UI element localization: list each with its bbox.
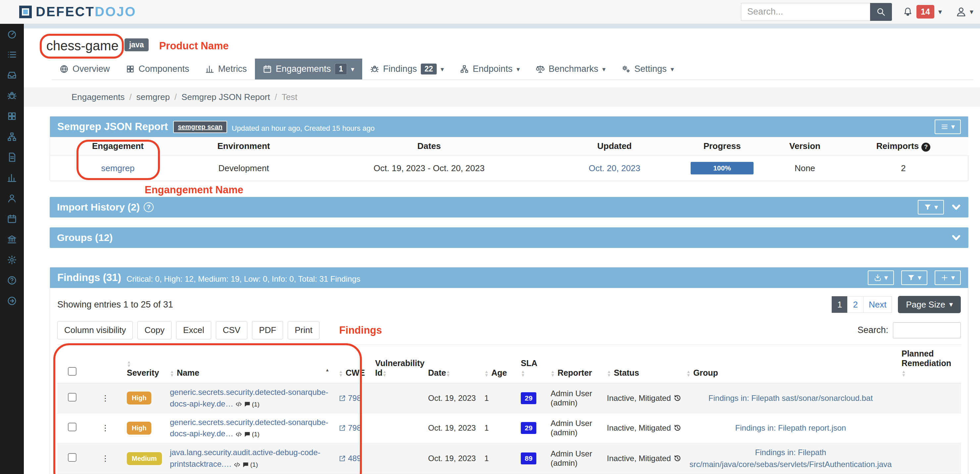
col-vulnerability-id[interactable]: Vulnerability Id▲▼	[372, 345, 425, 383]
history-icon[interactable]	[673, 424, 681, 432]
collapse-chevron-icon[interactable]	[951, 202, 961, 212]
col-cwe[interactable]: ▲▼CWE	[336, 345, 372, 383]
col-label: SLA	[521, 358, 537, 368]
import-history-section[interactable]: Import History (2) ? ▾	[50, 197, 969, 218]
cwe-link[interactable]: 798	[348, 423, 361, 432]
notifications-menu[interactable]: 14 ▾	[903, 5, 942, 19]
col-status[interactable]: ▲▼Status	[604, 345, 683, 383]
sort-icon: ▲▼	[686, 370, 690, 377]
global-search-input[interactable]	[741, 3, 870, 21]
groups-section[interactable]: Groups (12)	[50, 227, 969, 248]
dashboard-icon[interactable]	[7, 29, 17, 39]
findings-title: Findings (31)	[57, 272, 121, 284]
help-icon[interactable]	[7, 275, 17, 285]
tab-endpoints[interactable]: Endpoints ▾	[452, 59, 528, 80]
breadcrumb-semgrep[interactable]: semgrep	[137, 92, 170, 102]
global-search-button[interactable]	[870, 3, 892, 21]
sitemap-icon[interactable]	[7, 132, 17, 142]
updated-value[interactable]: Oct. 20, 2023	[589, 163, 640, 173]
tab-settings[interactable]: Settings ▾	[614, 59, 682, 80]
tab-components[interactable]: Components	[118, 59, 197, 80]
csv-button[interactable]: CSV	[216, 321, 247, 339]
findings-download-button[interactable]: ▾	[868, 270, 894, 285]
col-date[interactable]: Date▲▼	[425, 345, 481, 383]
col-label: Name	[177, 368, 199, 377]
help-icon[interactable]: ?	[921, 143, 930, 152]
table-search-input[interactable]	[893, 322, 961, 338]
row-actions-kebab-icon[interactable]: ⋮	[87, 383, 124, 414]
help-icon[interactable]: ?	[144, 202, 154, 212]
external-link-icon	[339, 455, 346, 462]
table-search-label: Search:	[858, 325, 888, 335]
import-history-filter-button[interactable]: ▾	[918, 200, 944, 215]
page-1-button[interactable]: 1	[832, 296, 848, 313]
breadcrumb-semgrep-json-report[interactable]: Semgrep JSON Report	[181, 92, 270, 102]
column-visibility-button[interactable]: Column visibility	[57, 321, 133, 339]
row-checkbox[interactable]	[68, 453, 76, 462]
report-updated-text: Updated an hour ago, Created 15 hours ag…	[232, 124, 375, 133]
sign-out-icon[interactable]	[7, 296, 17, 306]
history-icon[interactable]	[673, 394, 681, 402]
age-cell: 1	[481, 383, 517, 414]
col-label: Reporter	[558, 368, 592, 377]
row-checkbox[interactable]	[68, 423, 76, 431]
age-cell: 1	[481, 413, 517, 443]
col-reporter[interactable]: ▲▼Reporter	[547, 345, 604, 383]
col-group[interactable]: ▲▼Group	[683, 345, 898, 383]
user-icon[interactable]	[7, 193, 17, 203]
user-menu[interactable]: ▾	[956, 6, 974, 17]
cwe-link[interactable]: 489	[348, 454, 361, 463]
col-planned-remediation[interactable]: Planned Remediation▲▼	[898, 345, 961, 383]
tab-label: Findings	[383, 64, 417, 74]
findings-add-button[interactable]: ▾	[935, 270, 961, 285]
group-link[interactable]: Findings in: Filepath src/main/java/core…	[683, 443, 898, 474]
page-next-button[interactable]: Next	[863, 296, 892, 313]
grid-icon[interactable]	[7, 111, 17, 121]
col-age[interactable]: ▲▼Age	[481, 345, 517, 383]
tab-findings[interactable]: Findings 22 ▾	[362, 59, 452, 80]
cwe-link[interactable]: 798	[348, 394, 361, 402]
group-link[interactable]: Findings in: Filepath sast/sonar/sonarcl…	[683, 383, 898, 414]
print-button[interactable]: Print	[288, 321, 319, 339]
col-name[interactable]: ▲▼Name▲	[167, 345, 336, 383]
vulnerability-id-cell	[372, 383, 425, 414]
report-menu-button[interactable]: ▾	[935, 119, 961, 134]
tab-label: Metrics	[218, 64, 247, 74]
engagement-link[interactable]: semgrep	[101, 163, 134, 173]
bank-icon[interactable]	[7, 234, 17, 244]
history-icon[interactable]	[673, 455, 681, 463]
progress-bar: 100%	[690, 162, 754, 175]
page-size-button[interactable]: Page Size ▾	[898, 296, 961, 313]
col-severity[interactable]: ▲▼Severity	[124, 345, 167, 383]
select-all-checkbox[interactable]	[68, 367, 76, 376]
defectdojo-logo[interactable]: DEFECTDOJO	[19, 4, 136, 19]
bug-icon[interactable]	[7, 91, 17, 101]
list-icon[interactable]	[7, 50, 17, 60]
inbox-icon[interactable]	[7, 70, 17, 80]
row-actions-kebab-icon[interactable]: ⋮	[87, 443, 124, 474]
chevron-down-icon: ▾	[884, 274, 888, 282]
calendar-icon[interactable]	[7, 214, 17, 224]
col-label: Status	[614, 368, 639, 377]
metrics-icon[interactable]	[7, 173, 17, 183]
page-2-button[interactable]: 2	[847, 296, 863, 313]
pdf-button[interactable]: PDF	[252, 321, 283, 339]
tab-engagements[interactable]: Engagements 1 ▾	[255, 59, 362, 80]
col-sla[interactable]: SLA▲▼	[517, 345, 547, 383]
product-tab-bar: Overview Components Metrics Engagements …	[52, 59, 974, 80]
settings-gear-icon[interactable]	[7, 255, 17, 265]
copy-button[interactable]: Copy	[137, 321, 172, 339]
collapse-chevron-icon[interactable]	[951, 233, 961, 243]
group-link[interactable]: Findings in: Filepath report.json	[683, 413, 898, 443]
excel-button[interactable]: Excel	[176, 321, 211, 339]
row-checkbox[interactable]	[68, 393, 76, 401]
scan-type-badge[interactable]: semgrep scan	[173, 121, 227, 133]
chevron-down-icon: ▾	[934, 203, 938, 212]
tab-overview[interactable]: Overview	[52, 59, 118, 80]
tab-metrics[interactable]: Metrics	[197, 59, 255, 80]
row-actions-kebab-icon[interactable]: ⋮	[87, 413, 124, 443]
tab-benchmarks[interactable]: Benchmarks ▾	[528, 59, 614, 80]
findings-filter-button[interactable]: ▾	[901, 270, 928, 285]
breadcrumb-engagements[interactable]: Engagements	[72, 92, 124, 102]
report-icon[interactable]	[7, 152, 17, 162]
